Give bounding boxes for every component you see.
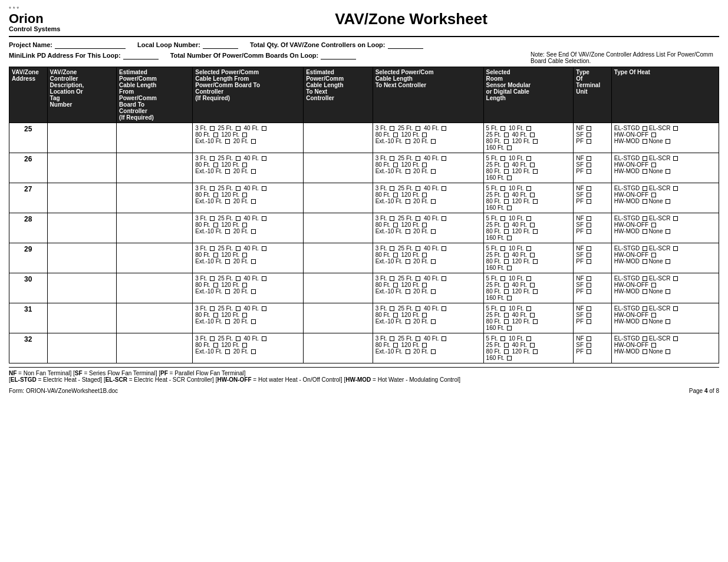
checkbox[interactable] (504, 253, 509, 257)
checkbox[interactable] (251, 199, 256, 204)
checkbox[interactable] (242, 253, 247, 257)
checkbox[interactable] (504, 193, 509, 197)
checkbox[interactable] (422, 163, 427, 167)
checkbox[interactable] (242, 283, 247, 287)
checkbox[interactable] (393, 223, 398, 227)
checkbox[interactable] (507, 296, 512, 300)
checkbox[interactable] (213, 193, 218, 197)
checkbox[interactable] (587, 229, 591, 234)
checkbox[interactable] (500, 246, 505, 251)
checkbox[interactable] (530, 253, 535, 257)
checkbox[interactable] (406, 259, 410, 264)
checkbox[interactable] (431, 319, 436, 324)
checkbox[interactable] (504, 199, 509, 204)
checkbox[interactable] (666, 169, 670, 174)
checkbox[interactable] (643, 319, 647, 324)
checkbox[interactable] (666, 199, 670, 204)
checkbox[interactable] (673, 306, 678, 311)
checkbox[interactable] (651, 193, 656, 197)
checkbox[interactable] (210, 186, 215, 191)
controller-desc-cell[interactable] (47, 153, 116, 183)
checkbox[interactable] (251, 169, 256, 174)
checkbox[interactable] (530, 133, 535, 137)
est-power-cell[interactable] (117, 123, 193, 153)
checkbox[interactable] (213, 133, 218, 137)
checkbox[interactable] (643, 306, 647, 311)
checkbox[interactable] (213, 343, 218, 348)
checkbox[interactable] (504, 163, 509, 167)
checkbox[interactable] (526, 126, 531, 131)
checkbox[interactable] (213, 283, 218, 287)
checkbox[interactable] (587, 246, 591, 251)
checkbox[interactable] (533, 139, 538, 144)
checkbox[interactable] (210, 276, 215, 281)
checkbox[interactable] (213, 313, 218, 318)
checkbox[interactable] (422, 133, 427, 137)
checkbox[interactable] (587, 319, 591, 324)
checkbox[interactable] (587, 156, 591, 161)
checkbox[interactable] (507, 236, 512, 240)
checkbox[interactable] (504, 283, 509, 287)
checkbox[interactable] (666, 229, 670, 234)
checkbox[interactable] (390, 186, 394, 191)
checkbox[interactable] (504, 343, 509, 348)
checkbox[interactable] (587, 343, 591, 348)
controller-desc-cell[interactable] (47, 273, 116, 303)
checkbox[interactable] (526, 336, 531, 341)
checkbox[interactable] (507, 176, 512, 180)
checkbox[interactable] (587, 289, 591, 294)
checkbox[interactable] (416, 186, 420, 191)
checkbox[interactable] (643, 289, 647, 294)
checkbox[interactable] (643, 156, 647, 161)
checkbox[interactable] (507, 326, 512, 330)
checkbox[interactable] (210, 336, 215, 341)
checkbox[interactable] (643, 186, 647, 191)
local-loop-field[interactable] (203, 41, 238, 49)
controller-desc-cell[interactable] (47, 213, 116, 243)
checkbox[interactable] (406, 289, 410, 294)
checkbox[interactable] (643, 229, 647, 234)
checkbox[interactable] (431, 259, 436, 264)
checkbox[interactable] (643, 276, 647, 281)
checkbox[interactable] (210, 306, 215, 311)
checkbox[interactable] (587, 306, 591, 311)
checkbox[interactable] (442, 276, 446, 281)
est-power-cell[interactable] (117, 243, 193, 273)
checkbox[interactable] (431, 139, 436, 144)
checkbox[interactable] (666, 139, 670, 144)
checkbox[interactable] (262, 276, 266, 281)
checkbox[interactable] (507, 356, 512, 361)
checkbox[interactable] (587, 163, 591, 167)
checkbox[interactable] (500, 336, 505, 341)
checkbox[interactable] (422, 223, 427, 227)
checkbox[interactable] (442, 306, 446, 311)
est-next-cell[interactable] (304, 273, 373, 303)
controller-desc-cell[interactable] (47, 123, 116, 153)
checkbox[interactable] (213, 223, 218, 227)
checkbox[interactable] (651, 133, 656, 137)
checkbox[interactable] (236, 186, 241, 191)
checkbox[interactable] (643, 199, 647, 204)
checkbox[interactable] (504, 313, 509, 318)
checkbox[interactable] (530, 313, 535, 318)
checkbox[interactable] (210, 126, 215, 131)
checkbox[interactable] (651, 223, 656, 227)
checkbox[interactable] (507, 146, 512, 150)
checkbox[interactable] (251, 319, 256, 324)
checkbox[interactable] (651, 283, 656, 287)
est-power-cell[interactable] (117, 303, 193, 333)
checkbox[interactable] (442, 216, 446, 221)
checkbox[interactable] (504, 289, 509, 294)
checkbox[interactable] (262, 126, 266, 131)
checkbox[interactable] (242, 133, 247, 137)
checkbox[interactable] (406, 349, 410, 354)
checkbox[interactable] (587, 186, 591, 191)
est-power-cell[interactable] (117, 333, 193, 363)
checkbox[interactable] (673, 216, 678, 221)
checkbox[interactable] (504, 319, 509, 324)
checkbox[interactable] (533, 349, 538, 354)
checkbox[interactable] (442, 126, 446, 131)
checkbox[interactable] (651, 253, 656, 257)
checkbox[interactable] (390, 126, 394, 131)
checkbox[interactable] (431, 169, 436, 174)
